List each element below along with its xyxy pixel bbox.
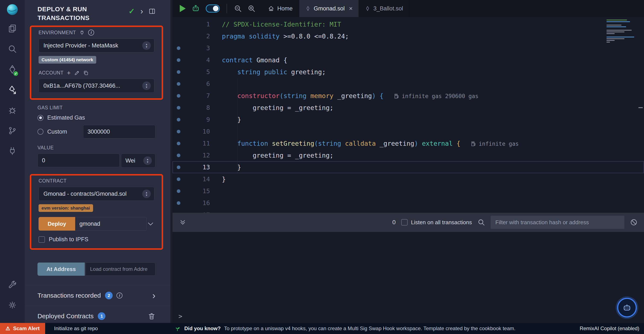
transactions-recorded-row[interactable]: Transactions recorded 2 i › [38, 285, 156, 306]
panel-collapse-icon[interactable]: › [140, 8, 143, 14]
code-line[interactable]: 6 [172, 78, 644, 90]
panel-check-icon[interactable]: ✓ [128, 7, 135, 16]
plugin-manager-icon[interactable] [8, 144, 17, 158]
git-icon[interactable] [8, 124, 17, 137]
zoom-in-icon[interactable] [248, 4, 256, 12]
tab-ballot-sol[interactable]: 3_Ballot.sol [359, 0, 409, 17]
gutter[interactable] [172, 106, 184, 110]
gutter[interactable] [172, 70, 184, 74]
constructor-arg-input[interactable] [75, 217, 147, 231]
code-line[interactable]: 1// SPDX-License-Identifier: MIT [172, 18, 644, 30]
value-input[interactable] [38, 154, 120, 167]
plug-icon[interactable] [79, 30, 85, 35]
gutter-dot-icon[interactable] [177, 201, 180, 205]
gutter[interactable] [172, 118, 184, 121]
gutter-dot-icon[interactable] [177, 118, 180, 121]
code-line[interactable]: 16 [172, 197, 644, 209]
clear-terminal-icon[interactable] [630, 219, 638, 226]
copy-account-icon[interactable] [83, 70, 88, 76]
code-line[interactable]: 17 [172, 209, 644, 213]
remix-ai-assistant-button[interactable] [617, 298, 637, 318]
solidity-compiler-icon[interactable]: ✓ [8, 62, 17, 76]
terminal[interactable]: > [172, 232, 644, 323]
tab-home[interactable]: Home [262, 0, 299, 17]
init-git-repo-button[interactable]: Initialize as git repo [54, 326, 98, 332]
gutter-dot-icon[interactable] [177, 177, 180, 181]
gutter-dot-icon[interactable] [177, 142, 180, 145]
code-line[interactable]: 15 [172, 185, 644, 197]
tab-gmonad-sol[interactable]: Gmonad.sol × [299, 0, 359, 17]
value-unit-select[interactable]: Wei ▴▾ [121, 154, 156, 168]
environment-stepper-icon[interactable]: ▴▾ [142, 41, 151, 50]
gutter-dot-icon[interactable] [177, 94, 180, 98]
gutter[interactable] [172, 130, 184, 133]
gutter-dot-icon[interactable] [177, 189, 180, 193]
search-icon[interactable] [478, 219, 485, 226]
file-explorer-icon[interactable] [8, 22, 17, 35]
gutter[interactable] [172, 177, 184, 181]
radio-selected-icon[interactable] [38, 115, 44, 121]
account-select[interactable]: 0xB1a...AF67b (7037.30466... ▴▾ [38, 79, 154, 93]
gutter-dot-icon[interactable] [177, 82, 180, 86]
gutter[interactable] [172, 189, 184, 193]
deploy-run-icon[interactable] [8, 83, 17, 97]
tools-icon[interactable] [8, 278, 17, 292]
at-address-button[interactable]: At Address [38, 263, 85, 276]
gutter[interactable] [172, 154, 184, 157]
unit-stepper-icon[interactable]: ▴▾ [143, 156, 152, 165]
environment-select[interactable]: Injected Provider - MetaMask ▴▾ [38, 38, 154, 52]
add-account-icon[interactable]: + [67, 70, 71, 76]
environment-info-icon[interactable]: i [88, 29, 94, 35]
at-address-input[interactable] [86, 263, 156, 276]
search-icon[interactable] [8, 42, 17, 56]
gutter-dot-icon[interactable] [177, 154, 180, 157]
gutter[interactable] [172, 82, 184, 86]
scam-alert-button[interactable]: ⚠ Scam Alert [0, 323, 45, 334]
code-line[interactable]: 7 constructor(string memory _greeting) {… [172, 90, 644, 102]
expand-terminal-icon[interactable] [179, 219, 186, 226]
gutter-dot-icon[interactable] [177, 58, 180, 62]
debugger-icon[interactable] [8, 103, 17, 117]
ai-robot-icon[interactable] [191, 4, 200, 13]
gutter[interactable] [172, 94, 184, 98]
remix-logo-icon[interactable] [6, 3, 18, 16]
code-line[interactable]: 10 [172, 125, 644, 137]
chevron-down-icon[interactable] [147, 220, 154, 228]
code-line[interactable]: 2pragma solidity >=0.8.0 <=0.8.24; [172, 30, 644, 42]
contract-stepper-icon[interactable]: ▴▾ [142, 190, 151, 198]
code-line[interactable]: 11 function setGreeting(string calldata … [172, 137, 644, 149]
transaction-filter-input[interactable] [491, 216, 624, 229]
code-line[interactable]: 5 string public greeting; [172, 66, 644, 78]
listen-all-checkbox[interactable] [401, 219, 408, 226]
code-line[interactable]: 9 } [172, 114, 644, 125]
zoom-out-icon[interactable] [234, 4, 242, 12]
gutter-dot-icon[interactable] [177, 46, 180, 50]
contract-select[interactable]: Gmonad - contracts/Gmonad.sol ▴▾ [38, 187, 154, 201]
radio-unselected-icon[interactable] [38, 129, 44, 135]
run-script-icon[interactable] [180, 5, 186, 12]
gutter[interactable] [172, 58, 184, 62]
custom-gas-input[interactable] [83, 125, 156, 138]
estimated-gas-radio[interactable]: Estimated Gas [38, 114, 156, 121]
code-line[interactable]: 13 } [172, 161, 644, 173]
code-line[interactable]: 4contract Gmonad { [172, 54, 644, 66]
transactions-info-icon[interactable]: i [116, 293, 122, 299]
edit-account-icon[interactable] [74, 70, 80, 76]
gutter[interactable] [172, 46, 184, 50]
gutter-dot-icon[interactable] [177, 106, 180, 110]
code-editor[interactable]: 1// SPDX-License-Identifier: MIT2pragma … [172, 17, 644, 213]
publish-ipfs-checkbox[interactable] [38, 236, 45, 243]
minimap[interactable] [606, 19, 638, 42]
code-line[interactable]: 3 [172, 42, 644, 54]
gutter-dot-icon[interactable] [177, 70, 180, 74]
gutter[interactable] [172, 201, 184, 205]
gutter-dot-icon[interactable] [177, 130, 180, 133]
account-stepper-icon[interactable]: ▴▾ [142, 81, 151, 90]
code-line[interactable]: 14} [172, 173, 644, 185]
gutter[interactable] [172, 142, 184, 145]
code-line[interactable]: 8 greeting = _greeting; [172, 102, 644, 114]
deploy-button[interactable]: Deploy [38, 217, 75, 231]
gutter[interactable] [172, 166, 184, 169]
settings-icon[interactable] [8, 298, 17, 312]
trash-icon[interactable] [148, 312, 156, 320]
